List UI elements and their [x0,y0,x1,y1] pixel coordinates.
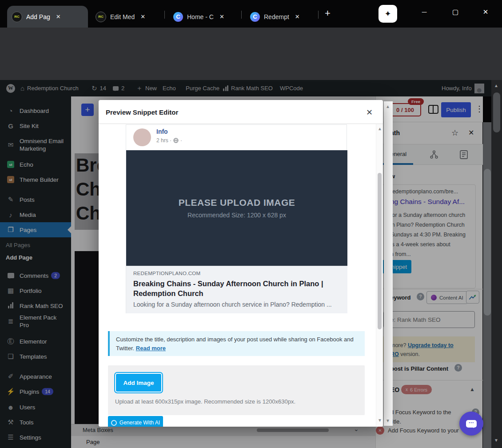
sidebar-item-media[interactable]: ♪ Media [0,207,71,222]
link-headline: Breaking Chains - Sunday Afternoon Churc… [133,279,329,298]
sidebar-item-templates[interactable]: ❏ Templates [0,349,71,364]
scroll-up-icon[interactable]: ▲ [378,127,382,131]
admin-bar-updates[interactable]: ↻ 14 [92,80,106,96]
sidebar-item-appearance[interactable]: ✐ Appearance [0,369,71,384]
tab-close-icon[interactable]: ✕ [54,12,63,21]
scroll-down-icon[interactable]: ▼ [386,419,390,423]
howdy-label: Howdy, Info [442,85,472,92]
sidebar-item-label: Echo [20,161,68,168]
generate-with-ai-button[interactable]: Generate With AI [108,416,163,427]
admin-bar-account[interactable]: Howdy, Info ☻ [442,80,484,96]
sidebar-item-rank-math[interactable]: Rank Math SEO [0,298,71,313]
scroll-up-icon[interactable]: ▲ [494,84,498,88]
home-icon: ⌂ [20,84,24,92]
publish-button[interactable]: Publish [441,102,471,117]
sidebar-item-omnisend[interactable]: ✉ Omnisend Email Marketing [0,133,71,156]
templates-icon: ❏ [6,352,15,360]
settings-panel-toggle-icon[interactable] [428,104,439,115]
tab-home[interactable]: C Home - C ✕ [169,6,238,28]
facebook-link-footer[interactable]: REDEMPTIONPLANO.COM Breaking Chains - Su… [126,266,347,313]
generate-ai-label: Generate With AI [120,420,160,426]
sidebar-item-label: Dashboard [20,107,68,115]
sidebar-item-site-kit[interactable]: G Site Kit [0,118,71,133]
panel-close-icon[interactable]: ✕ [468,128,474,137]
help-icon[interactable]: ? [417,293,424,300]
scroll-up-icon[interactable]: ▲ [386,104,390,109]
window-maximize-button[interactable]: ▢ [449,8,462,16]
modal-close-icon[interactable]: ✕ [366,108,373,117]
panel-scrollbar-track[interactable] [483,122,492,448]
rank-math-ai-icon [111,420,117,426]
admin-bar-wpcode[interactable]: WPCode [280,80,303,96]
focus-keyword-input[interactable] [383,311,475,328]
sidebar-item-label: Element Pack Pro [20,314,68,329]
window-scrollbar[interactable]: ▲ ▼ [491,80,502,448]
admin-bar-site-name[interactable]: ⌂ Redemption Church [20,80,79,96]
tab-social-icon[interactable] [429,150,439,160]
read-more-link[interactable]: Read more [136,345,166,352]
tab-schema-icon[interactable] [459,150,468,160]
content-ai-button[interactable]: Content AI [426,291,468,304]
sidebar-item-echo[interactable]: ui Echo [0,157,71,172]
seo-score-button[interactable]: 0 / 100 [389,103,421,116]
upload-image-placeholder[interactable]: PLEASE UPLOAD IMAGE Recommended Size: 12… [126,150,347,266]
help-icon[interactable]: ? [454,364,462,372]
tab-edit-media[interactable]: RC Edit Med ✕ [91,6,161,28]
sidebar-item-plugins[interactable]: ⚡ Plugins 14 [0,384,71,399]
sidebar-subitem-all-pages[interactable]: All Pages [0,239,71,251]
tab-redemption[interactable]: C Redempt ✕ [246,6,315,28]
sidebar-item-portfolio[interactable]: ▦ Portfolio [0,283,71,298]
sidebar-item-users[interactable]: ☻ Users [0,400,71,415]
sidebar-subitem-add-page[interactable]: Add Page [0,252,71,263]
new-tab-button[interactable]: + [325,8,331,19]
block-inserter-button[interactable]: + [81,104,94,116]
subitem-label: Add Page [6,254,32,261]
sidebar-item-label: Users [20,404,68,411]
admin-bar-echo[interactable]: Echo [163,80,176,96]
modal-scrollbar-thumb[interactable] [378,173,382,329]
sidebar-item-tools[interactable]: ⚒ Tools [0,415,71,430]
window-scrollbar-thumb[interactable] [493,92,500,132]
modal-scrollbar[interactable]: ▲ ▼ [376,124,383,427]
sidebar-item-dashboard[interactable]: ◔ Dashboard [0,103,71,118]
sidebar-item-pages[interactable]: ❐ Pages [0,222,71,237]
tab-title: Redempt [264,13,289,20]
admin-bar-purge-cache[interactable]: Purge Cache [186,80,219,96]
tab-close-icon[interactable]: ✕ [218,12,226,21]
serp-title[interactable]: ng Chains - Sunday Af... [390,198,465,206]
preview-snippet-editor-modal: Preview Snippet Editor ✕ Info 2 hrs · · … [99,100,383,427]
admin-bar-new[interactable]: ＋ New [136,80,157,96]
admin-bar-rank-math[interactable]: Rank Math SEO [223,80,273,96]
admin-bar-comments[interactable]: 2 [113,80,124,96]
star-icon[interactable]: ☆ [451,128,458,138]
overlay-scrollbar[interactable]: ▲ ▼ [384,101,393,426]
upgrade-link[interactable]: Upgrade today to [408,342,454,348]
page-panel-bar[interactable]: Page [71,436,375,448]
tab-close-icon[interactable]: ✕ [293,12,302,21]
trend-chart-button[interactable] [466,291,479,304]
window-minimize-button[interactable]: ─ [418,8,431,16]
scroll-down-icon[interactable]: ▼ [494,438,498,443]
tab-close-icon[interactable]: ✕ [139,12,147,21]
scroll-down-icon[interactable]: ▼ [378,418,382,423]
sidebar-item-elementor[interactable]: Ⓔ Elementor [0,334,71,349]
sparkle-button[interactable]: ✦ [378,5,397,23]
chat-widget-button[interactable]: ··· [459,412,483,436]
users-icon: ☻ [6,404,15,411]
horizontal-scrollbar-thumb[interactable] [257,428,329,432]
sidebar-item-settings[interactable]: ☰ Settings [0,430,71,445]
editor-options-icon[interactable]: ⋮ [475,104,483,114]
sidebar-item-element-pack[interactable]: ≣ Element Pack Pro [0,314,71,329]
sidebar-item-theme-builder[interactable]: ui Theme Builder [0,172,71,187]
panel-scrollbar-thumb[interactable] [484,169,491,316]
tab-add-page[interactable]: RC Add Pag ✕ [7,6,88,28]
sidebar-item-comments[interactable]: Comments 2 [0,268,71,283]
collapse-chevron-icon[interactable]: ▲ [470,387,475,392]
sidebar-item-posts[interactable]: ✎ Posts [0,192,71,207]
add-image-button[interactable]: Add Image [115,373,162,392]
tab-general[interactable]: eneral [390,151,406,157]
facebook-author[interactable]: Info [156,128,168,135]
window-close-button[interactable]: ✕ [479,8,492,16]
sidebar-item-label: Settings [20,434,68,441]
wp-logo-icon[interactable]: W [6,80,15,96]
